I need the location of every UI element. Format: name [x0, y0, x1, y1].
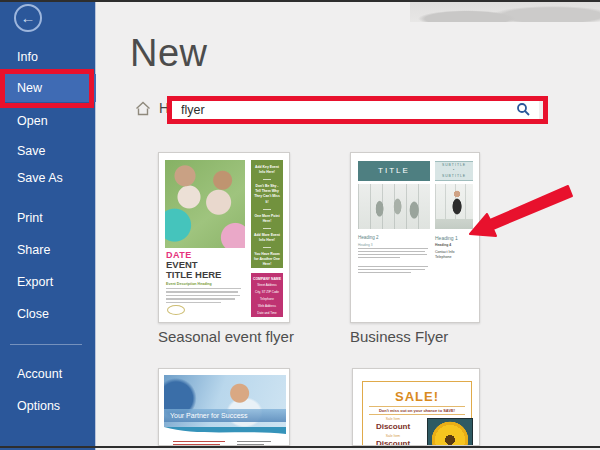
- backstage-sidebar: ← Info New Open Save Save As Print Share…: [0, 0, 96, 450]
- office-photo: [358, 184, 430, 229]
- company-line: Telephone: [260, 297, 274, 301]
- search-button[interactable]: [513, 101, 539, 119]
- flyer-banner-text: Your Partner for Success: [164, 409, 286, 422]
- flyer-heading1: Heading 1: [435, 235, 458, 241]
- sidebar-item-share[interactable]: Share: [0, 236, 96, 264]
- flyer-paragraph: [358, 248, 428, 260]
- search-input[interactable]: [172, 103, 513, 117]
- flyer-title: EVENT TITLE HERE: [166, 260, 221, 281]
- template-label-seasonal-event-flyer: Seasonal event flyer: [158, 328, 294, 345]
- home-icon: [135, 101, 151, 116]
- sale-item-label: Sale Item: [353, 417, 433, 421]
- word-backstage-new-screen: ← Info New Open Save Save As Print Share…: [0, 0, 600, 450]
- sidebar-item-close[interactable]: Close: [0, 300, 96, 328]
- sidebar-divider: [10, 344, 82, 345]
- template-card-business-flyer[interactable]: TITLE SUBTITLE • SUBTITLE Heading 2 Head…: [350, 152, 480, 323]
- flyer-title-banner: TITLE: [358, 161, 430, 181]
- flyer-heading3: Heading 3: [358, 243, 373, 247]
- flyer-description-heading: Event Description Heading: [166, 282, 212, 286]
- sidebar-item-save[interactable]: Save: [0, 137, 96, 165]
- flyer-note: Don't Be Shy - Tell Them Why They Can't …: [254, 184, 280, 204]
- flyer-green-sidebar: Add Key Event Info Here! Don't Be Shy - …: [251, 160, 283, 268]
- template-thumbnail-photo: [165, 160, 245, 248]
- person-photo: [435, 184, 473, 229]
- template-card-partner-flyer[interactable]: Your Partner for Success: [158, 368, 290, 446]
- sunflower-photo: [427, 418, 473, 446]
- screen-top-border: [0, 0, 600, 2]
- divider: [263, 179, 271, 180]
- template-search-box: [172, 101, 539, 119]
- company-name: COMPANY NAME: [253, 277, 281, 281]
- sidebar-item-new[interactable]: New: [0, 74, 96, 102]
- sale-title: SALE!: [353, 389, 480, 404]
- divider: [369, 414, 465, 415]
- company-line: Date and Time: [257, 311, 277, 315]
- page-title: New: [130, 32, 208, 75]
- sidebar-item-options[interactable]: Options: [0, 392, 96, 420]
- back-arrow-icon[interactable]: ←: [14, 4, 42, 32]
- template-label-business-flyer: Business Flyer: [350, 328, 448, 345]
- swoosh-graphic: [164, 427, 286, 436]
- backstage-corner-decoration: [410, 0, 600, 22]
- company-line: Street Address: [257, 283, 277, 287]
- company-line: Web Address: [258, 304, 276, 308]
- backstage-main-panel: New Home Add Key Event Info Here!: [97, 0, 600, 450]
- flyer-company-box: COMPANY NAME Street Address City, ST ZIP…: [251, 273, 283, 317]
- discount-label: Discount: [353, 439, 433, 446]
- sidebar-item-export[interactable]: Export: [0, 268, 96, 296]
- screen-bottom-border: [0, 446, 600, 448]
- divider: [263, 247, 271, 248]
- flyer-paragraph: [358, 266, 428, 275]
- divider: [263, 228, 271, 229]
- flyer-body-text: [166, 288, 244, 305]
- divider: [263, 209, 271, 210]
- company-line: City, ST ZIP Code: [255, 290, 279, 294]
- sale-item-label: Sale Item: [353, 434, 433, 438]
- flyer-note: You Have Room for Another One Here!: [254, 252, 280, 267]
- flyer-contact-info: Contact Info: [435, 250, 454, 254]
- flyer-telephone: Telephone: [435, 255, 452, 259]
- flyer-note: Add Key Event Info Here!: [254, 165, 280, 175]
- sale-tagline: Don't miss out on your chance to SAVE!: [353, 408, 480, 413]
- discount-label: Discount: [353, 422, 433, 431]
- flyer-heading4: Heading 4: [435, 243, 451, 247]
- sidebar-item-save-as[interactable]: Save As: [0, 164, 96, 192]
- template-card-seasonal-event-flyer[interactable]: Add Key Event Info Here! Don't Be Shy - …: [158, 152, 290, 323]
- logo-placeholder: [167, 305, 185, 315]
- sidebar-item-open[interactable]: Open: [0, 107, 96, 135]
- flyer-subtitle-box: SUBTITLE • SUBTITLE: [435, 161, 473, 181]
- flyer-note: Add More Event Info Here!: [254, 233, 280, 243]
- sidebar-item-print[interactable]: Print: [0, 204, 96, 232]
- template-card-sale-flyer[interactable]: SALE! Don't miss out on your chance to S…: [352, 368, 480, 446]
- sidebar-item-account[interactable]: Account: [0, 360, 96, 388]
- flyer-heading2: Heading 2: [358, 235, 379, 240]
- sidebar-item-info[interactable]: Info: [0, 43, 96, 71]
- flyer-note: One More Point Here!: [254, 214, 280, 224]
- search-icon: [516, 102, 530, 116]
